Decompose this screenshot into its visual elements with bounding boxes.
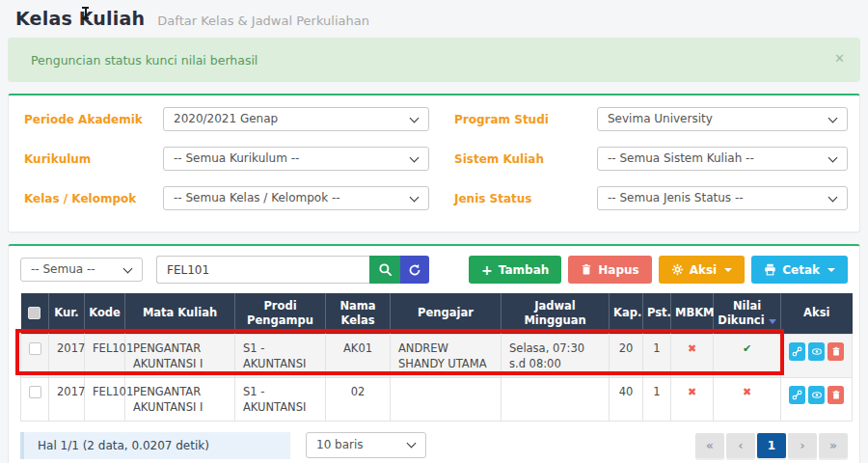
search-icon — [378, 262, 393, 277]
pst-cell: 1 — [643, 377, 671, 421]
sistem-kuliah-value: -- Semua Sistem Kuliah -- — [608, 151, 754, 165]
col-aksi: Aksi — [781, 293, 853, 334]
column-filter-select[interactable]: -- Semua -- — [20, 258, 143, 282]
page: Kelas Kuliah Daftar Kelas & Jadwal Perku… — [0, 0, 868, 463]
col-nilai-dikunci[interactable]: Nilai Dikunci — [714, 293, 781, 334]
column-filter-value: -- Semua -- — [31, 262, 95, 276]
select-all-checkbox[interactable] — [28, 307, 41, 319]
program-studi-select[interactable]: Sevima University — [597, 107, 848, 131]
trash-icon — [581, 263, 592, 276]
col-kap: Kap. — [610, 293, 643, 334]
next-page-button[interactable]: › — [788, 433, 817, 458]
refresh-button[interactable] — [400, 256, 429, 284]
rows-per-page-select[interactable]: 10 baris — [306, 432, 426, 458]
sort-desc-icon — [769, 319, 776, 324]
col-kode: Kode — [85, 293, 125, 334]
jadwal-cell — [502, 377, 610, 421]
page-title: Kelas Kuliah — [15, 8, 145, 29]
select-all-cell — [21, 293, 49, 334]
nilai-dikunci-cell: ✖ — [714, 377, 781, 421]
caret-down-icon — [827, 268, 835, 272]
caret-down-icon — [724, 268, 732, 272]
chevron-down-icon — [828, 193, 838, 203]
link-icon — [792, 346, 802, 357]
aksi-cell — [781, 377, 853, 421]
kurikulum-label: Kurikulum — [24, 152, 163, 166]
table-panel: -- Semua -- +Tambah Hapus Aksi — [8, 244, 860, 463]
nama-kelas-cell: 02 — [326, 377, 391, 421]
filter-panel: Periode Akademik 2020/2021 Genap Program… — [8, 94, 860, 232]
kurikulum-value: -- Semua Kurikulum -- — [174, 151, 299, 165]
col-jadwal-mingguan: Jadwal Mingguan — [502, 293, 610, 334]
sistem-kuliah-label: Sistem Kuliah — [454, 152, 597, 166]
link-icon — [792, 390, 802, 400]
link-button[interactable] — [789, 342, 805, 361]
row-select-cell — [21, 377, 49, 421]
chevron-down-icon — [123, 264, 133, 274]
program-studi-value: Sevima University — [608, 112, 713, 125]
hapus-button[interactable]: Hapus — [568, 256, 651, 284]
col-prodi-pengampu: Prodi Pengampu — [235, 293, 326, 334]
page-subtitle: Daftar Kelas & Jadwal Perkuliahan — [157, 14, 369, 28]
printer-icon — [764, 263, 776, 276]
nilai-dikunci-cell: ✔ — [714, 334, 781, 377]
kode-cell: FEL101 — [85, 334, 125, 377]
page-header: Kelas Kuliah Daftar Kelas & Jadwal Perku… — [8, 4, 860, 29]
page-1-button[interactable]: 1 — [757, 433, 786, 458]
search-input[interactable] — [156, 256, 369, 284]
search-button[interactable] — [369, 256, 400, 284]
rows-per-page-value: 10 baris — [316, 438, 364, 451]
delete-button[interactable] — [827, 342, 844, 361]
sistem-kuliah-select[interactable]: -- Semua Sistem Kuliah -- — [597, 147, 848, 171]
search-group — [156, 256, 429, 284]
delete-button[interactable] — [827, 386, 844, 404]
row-checkbox[interactable] — [29, 342, 41, 355]
prev-page-button[interactable]: ‹ — [726, 433, 755, 458]
aksi-button[interactable]: Aksi — [659, 256, 746, 284]
jenis-status-value: -- Semua Jenis Status -- — [608, 191, 744, 204]
view-button[interactable] — [808, 386, 825, 404]
periode-akademik-select[interactable]: 2020/2021 Genap — [163, 107, 429, 131]
link-button[interactable] — [789, 386, 805, 404]
last-page-button[interactable]: » — [819, 433, 848, 458]
prodi-cell: S1 - AKUNTANSI — [235, 377, 326, 421]
hapus-label: Hapus — [598, 263, 638, 277]
table-header-row: Kur. Kode Mata Kuliah Prodi Pengampu Nam… — [21, 293, 853, 334]
kode-cell: FEL101 — [85, 377, 125, 421]
first-page-button[interactable]: « — [695, 433, 724, 458]
view-button[interactable] — [808, 342, 825, 361]
col-mata-kuliah: Mata Kuliah — [125, 293, 235, 334]
toolbar-actions: +Tambah Hapus Aksi Cetak — [469, 256, 848, 284]
chevron-down-icon — [410, 114, 420, 123]
periode-akademik-value: 2020/2021 Genap — [174, 112, 278, 125]
jadwal-cell: Selasa, 07:30 s.d 08:00 — [502, 334, 610, 377]
periode-akademik-label: Periode Akademik — [24, 113, 163, 126]
kurikulum-select[interactable]: -- Semua Kurikulum -- — [163, 147, 429, 171]
table-footer: Hal 1/1 (2 data, 0.0207 detik) 10 baris … — [20, 432, 848, 459]
mata-kuliah-cell: PENGANTAR AKUNTANSI I — [125, 377, 235, 421]
filter-row-3: Kelas / Kelompok -- Semua Kelas / Kelomp… — [24, 186, 850, 210]
cross-icon: ✖ — [743, 386, 751, 398]
table-toolbar: -- Semua -- +Tambah Hapus Aksi — [20, 256, 848, 284]
filter-row-2: Kurikulum -- Semua Kurikulum -- Sistem K… — [24, 147, 850, 171]
program-studi-label: Program Studi — [454, 113, 597, 126]
chevron-down-icon — [410, 153, 420, 163]
pst-cell: 1 — [643, 334, 671, 377]
table-row: 2017 FEL101 PENGANTAR AKUNTANSI I S1 - A… — [21, 377, 853, 421]
chevron-down-icon — [407, 439, 417, 449]
alert-message: Penguncian status kunci nilai berhasil — [31, 53, 258, 68]
trash-icon — [831, 346, 841, 357]
cetak-button[interactable]: Cetak — [751, 256, 848, 284]
tambah-button[interactable]: +Tambah — [469, 256, 561, 284]
refresh-icon — [408, 263, 421, 277]
jenis-status-select[interactable]: -- Semua Jenis Status -- — [597, 186, 848, 210]
chevron-down-icon — [410, 193, 420, 203]
col-mbkm: MBKM — [671, 293, 714, 334]
row-checkbox[interactable] — [29, 386, 41, 398]
mata-kuliah-cell: PENGANTAR AKUNTANSI I — [125, 334, 235, 377]
nama-kelas-cell: AK01 — [326, 334, 391, 377]
aksi-cell — [781, 334, 853, 377]
close-icon[interactable]: ✕ — [834, 51, 845, 66]
kelas-kelompok-select[interactable]: -- Semua Kelas / Kelompok -- — [163, 186, 429, 210]
table-wrapper: Kur. Kode Mata Kuliah Prodi Pengampu Nam… — [20, 293, 848, 422]
